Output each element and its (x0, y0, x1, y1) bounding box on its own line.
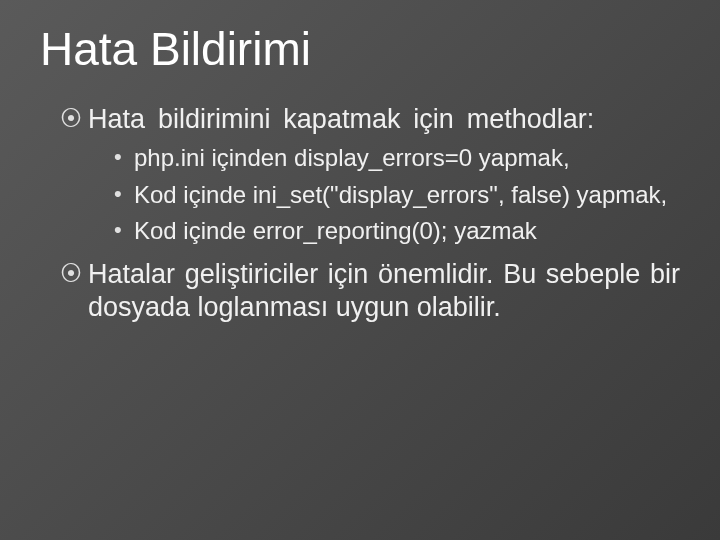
bullet-text: Hatalar geliştiriciler için önemlidir. B… (88, 259, 680, 323)
slide: Hata Bildirimi Hata bildirimini kapatmak… (0, 0, 720, 540)
sub-bullet-item: php.ini içinden display_errors=0 yapmak, (114, 142, 680, 174)
bullet-item: Hatalar geliştiriciler için önemlidir. B… (60, 258, 680, 326)
slide-title: Hata Bildirimi (40, 24, 680, 75)
sub-bullet-item: Kod içinde error_reporting(0); yazmak (114, 215, 680, 247)
bullet-text: Hata bildirimini kapatmak için methodlar… (88, 104, 594, 134)
sub-bullet-item: Kod içinde ini_set("display_errors", fal… (114, 179, 680, 211)
bullet-list: Hata bildirimini kapatmak için methodlar… (60, 103, 680, 325)
bullet-item: Hata bildirimini kapatmak için methodlar… (60, 103, 680, 248)
sub-bullet-list: php.ini içinden display_errors=0 yapmak,… (114, 142, 680, 247)
